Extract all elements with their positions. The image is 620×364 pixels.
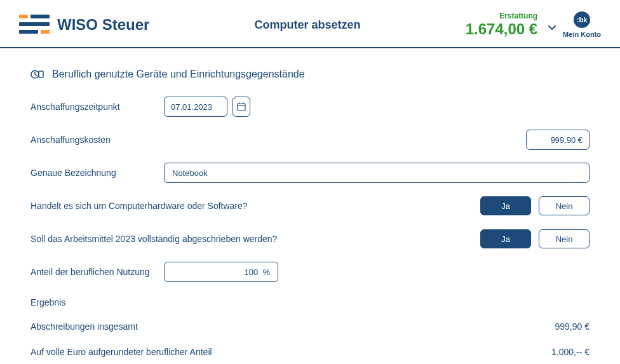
full-writeoff-yes-button[interactable]: Ja <box>480 229 531 248</box>
business-share-label: Anteil der beruflichen Nutzung <box>30 267 164 277</box>
svg-rect-2 <box>19 22 50 26</box>
svg-rect-6 <box>39 71 43 78</box>
account-button[interactable]: :bk Mein Konto <box>563 11 601 38</box>
svg-rect-4 <box>41 30 50 34</box>
page-title: Computer absetzen <box>149 18 465 32</box>
row-full-writeoff: Soll das Arbeitsmittel 2023 vollständig … <box>30 229 590 249</box>
depreciation-value: 999,90 € <box>555 321 590 332</box>
depreciation-label: Abschreibungen insgesamt <box>30 321 555 332</box>
rounded-label: Auf volle Euro aufgerundeter beruflicher… <box>30 347 551 357</box>
full-writeoff-toggle: Ja Nein <box>480 229 590 248</box>
designation-label: Genaue Bezeichnung <box>30 168 164 178</box>
row-purchase-cost: Anschaffungskosten <box>30 130 590 150</box>
calendar-icon <box>237 102 246 111</box>
account-label: Mein Konto <box>563 30 601 38</box>
svg-rect-7 <box>238 104 245 111</box>
purchase-cost-label: Anschaffungskosten <box>30 135 164 145</box>
result-header: Ergebnis <box>30 297 590 307</box>
calendar-button[interactable] <box>232 97 250 117</box>
row-depreciation: Abschreibungen insgesamt 999,90 € <box>30 321 590 332</box>
rounded-value: 1.000,-- € <box>551 347 590 357</box>
row-purchase-date: Anschaffungszeitpunkt <box>30 97 590 117</box>
row-is-hardware: Handelt es sich um Computerhardware oder… <box>30 196 590 216</box>
is-hardware-yes-button[interactable]: Ja <box>480 196 531 215</box>
purchase-date-label: Anschaffungszeitpunkt <box>30 102 164 112</box>
business-share-input[interactable] <box>164 262 278 282</box>
row-business-share: Anteil der beruflichen Nutzung <box>30 262 590 282</box>
app-header: WISO Steuer Computer absetzen Erstattung… <box>0 0 620 48</box>
logo-area: WISO Steuer <box>19 13 149 36</box>
section-title: Beruflich genutzte Geräte und Einrichtun… <box>52 69 305 80</box>
content-area: Beruflich genutzte Geräte und Einrichtun… <box>0 48 620 364</box>
purchase-date-input[interactable] <box>164 97 227 117</box>
chevron-down-icon[interactable] <box>546 22 558 33</box>
full-writeoff-no-button[interactable]: Nein <box>539 229 590 248</box>
is-hardware-label: Handelt es sich um Computerhardware oder… <box>30 201 480 211</box>
full-writeoff-label: Soll das Arbeitsmittel 2023 vollständig … <box>30 234 480 244</box>
is-hardware-toggle: Ja Nein <box>480 196 590 215</box>
svg-rect-0 <box>19 15 28 18</box>
row-designation: Genaue Bezeichnung <box>30 163 590 183</box>
refund-amount: 1.674,00 € <box>466 20 537 38</box>
row-rounded: Auf volle Euro aufgerundeter beruflicher… <box>30 347 590 357</box>
devices-icon <box>30 67 44 81</box>
is-hardware-no-button[interactable]: Nein <box>539 196 590 215</box>
logo-icon <box>19 13 50 36</box>
logo-text: WISO Steuer <box>57 16 149 34</box>
account-avatar: :bk <box>574 11 590 28</box>
purchase-cost-input[interactable] <box>526 130 590 150</box>
refund-label: Erstattung <box>466 11 537 20</box>
section-header: Beruflich genutzte Geräte und Einrichtun… <box>30 67 590 81</box>
svg-rect-3 <box>19 30 38 34</box>
designation-input[interactable] <box>164 163 590 183</box>
svg-rect-1 <box>30 15 50 18</box>
refund-area: Erstattung 1.674,00 € <box>466 11 537 38</box>
